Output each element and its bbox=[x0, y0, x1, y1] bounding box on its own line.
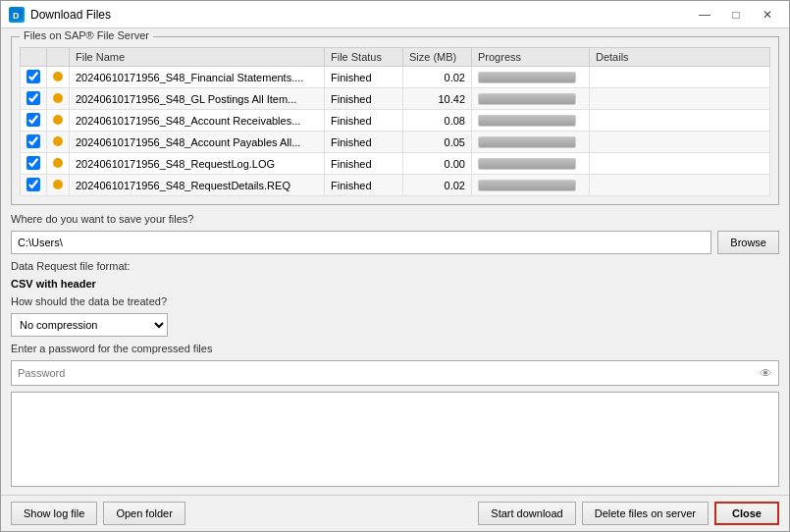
window-controls: — □ ✕ bbox=[691, 5, 781, 25]
row-dot-cell bbox=[47, 153, 70, 175]
row-checkbox-cell bbox=[21, 132, 47, 153]
row-dot-cell bbox=[47, 88, 70, 110]
row-details bbox=[590, 153, 770, 175]
close-button[interactable]: Close bbox=[714, 502, 779, 525]
svg-text:D: D bbox=[13, 11, 20, 21]
row-size: 0.02 bbox=[403, 67, 472, 88]
table-row: 20240610171956_S48_RequestLog.LOG Finish… bbox=[21, 153, 770, 175]
row-status: Finished bbox=[325, 132, 403, 153]
password-input[interactable] bbox=[18, 367, 760, 379]
row-progress bbox=[472, 153, 590, 175]
status-dot bbox=[53, 136, 63, 146]
row-checkbox[interactable] bbox=[26, 91, 40, 105]
open-folder-button[interactable]: Open folder bbox=[103, 502, 184, 525]
title-bar: D Download Files — □ ✕ bbox=[1, 1, 789, 28]
row-size: 0.05 bbox=[403, 132, 472, 153]
window-title: Download Files bbox=[30, 8, 691, 22]
row-checkbox-cell bbox=[21, 153, 47, 175]
row-size: 0.08 bbox=[403, 110, 472, 132]
row-dot-cell bbox=[47, 67, 70, 88]
show-log-button[interactable]: Show log file bbox=[11, 502, 97, 525]
col-header-progress: Progress bbox=[472, 48, 590, 67]
row-status: Finished bbox=[325, 88, 403, 110]
table-header-row: File Name File Status Size (MB) Progress… bbox=[21, 48, 770, 67]
row-filename: 20240610171956_S48_GL Postings All Item.… bbox=[70, 88, 325, 110]
row-progress bbox=[472, 175, 590, 196]
row-size: 0.02 bbox=[403, 175, 472, 196]
format-label: Data Request file format: bbox=[11, 260, 779, 272]
path-input[interactable] bbox=[11, 231, 711, 254]
row-filename: 20240610171956_S48_Financial Statements.… bbox=[70, 67, 325, 88]
col-header-checkbox bbox=[21, 48, 47, 67]
compression-select[interactable]: No compressionZIP compressionGZIP compre… bbox=[11, 313, 168, 337]
main-window: D Download Files — □ ✕ Files on SAP® Fil… bbox=[0, 0, 790, 532]
row-checkbox[interactable] bbox=[26, 70, 40, 83]
files-section: Files on SAP® File Server File Name File… bbox=[11, 36, 779, 205]
delete-files-button[interactable]: Delete files on server bbox=[582, 502, 709, 525]
row-filename: 20240610171956_S48_RequestLog.LOG bbox=[70, 153, 325, 175]
progress-bar-fill bbox=[479, 73, 575, 82]
bottom-left-buttons: Show log file Open folder bbox=[11, 502, 185, 525]
col-header-size: Size (MB) bbox=[403, 48, 472, 67]
bottom-right-buttons: Start download Delete files on server Cl… bbox=[478, 502, 779, 525]
row-status: Finished bbox=[325, 110, 403, 132]
row-details bbox=[590, 132, 770, 153]
password-label: Enter a password for the compressed file… bbox=[11, 343, 779, 354]
row-size: 0.00 bbox=[403, 153, 472, 175]
password-row: 👁 bbox=[11, 360, 779, 386]
files-table: File Name File Status Size (MB) Progress… bbox=[20, 47, 770, 196]
progress-bar-container bbox=[478, 158, 576, 170]
format-value: CSV with header bbox=[11, 278, 779, 290]
show-password-icon[interactable]: 👁 bbox=[760, 366, 772, 381]
save-label: Where do you want to save your files? bbox=[11, 213, 779, 225]
status-dot bbox=[53, 158, 63, 168]
row-checkbox[interactable] bbox=[26, 134, 40, 148]
files-section-legend: Files on SAP® File Server bbox=[20, 29, 153, 41]
row-progress bbox=[472, 110, 590, 132]
col-header-status: File Status bbox=[325, 48, 403, 67]
content-area: Files on SAP® File Server File Name File… bbox=[1, 28, 789, 495]
row-details bbox=[590, 67, 770, 88]
minimize-button[interactable]: — bbox=[691, 5, 718, 25]
progress-bar-fill bbox=[479, 116, 575, 126]
status-dot bbox=[53, 93, 63, 103]
row-checkbox-cell bbox=[21, 110, 47, 132]
row-status: Finished bbox=[325, 175, 403, 196]
bottom-bar: Show log file Open folder Start download… bbox=[1, 495, 789, 531]
col-header-dot bbox=[47, 48, 70, 67]
progress-bar-fill bbox=[479, 94, 575, 104]
row-checkbox-cell bbox=[21, 88, 47, 110]
progress-bar-container bbox=[478, 136, 576, 148]
row-checkbox[interactable] bbox=[26, 156, 40, 170]
col-header-filename: File Name bbox=[70, 48, 325, 67]
row-details bbox=[590, 88, 770, 110]
files-table-body: 20240610171956_S48_Financial Statements.… bbox=[21, 67, 770, 196]
status-dot bbox=[53, 180, 63, 189]
table-row: 20240610171956_S48_Account Receivables..… bbox=[21, 110, 770, 132]
start-download-button[interactable]: Start download bbox=[478, 502, 575, 525]
form-section: Where do you want to save your files? Br… bbox=[11, 213, 779, 487]
progress-bar-container bbox=[478, 72, 576, 83]
progress-bar-container bbox=[478, 115, 576, 127]
path-row: Browse bbox=[11, 231, 779, 254]
row-checkbox[interactable] bbox=[26, 178, 40, 191]
progress-bar-fill bbox=[479, 137, 575, 147]
row-dot-cell bbox=[47, 110, 70, 132]
window-close-button[interactable]: ✕ bbox=[754, 5, 781, 25]
table-row: 20240610171956_S48_Financial Statements.… bbox=[21, 67, 770, 88]
progress-bar-container bbox=[478, 180, 576, 191]
row-progress bbox=[472, 132, 590, 153]
app-icon: D bbox=[9, 7, 25, 23]
maximize-button[interactable]: □ bbox=[722, 5, 750, 25]
row-progress bbox=[472, 88, 590, 110]
row-dot-cell bbox=[47, 132, 70, 153]
status-dot bbox=[53, 115, 63, 125]
row-checkbox[interactable] bbox=[26, 113, 40, 127]
progress-bar-fill bbox=[479, 159, 575, 169]
browse-button[interactable]: Browse bbox=[717, 231, 779, 254]
compression-row: No compressionZIP compressionGZIP compre… bbox=[11, 313, 779, 337]
row-status: Finished bbox=[325, 153, 403, 175]
status-dot bbox=[53, 72, 63, 81]
row-status: Finished bbox=[325, 67, 403, 88]
output-area bbox=[11, 392, 779, 487]
